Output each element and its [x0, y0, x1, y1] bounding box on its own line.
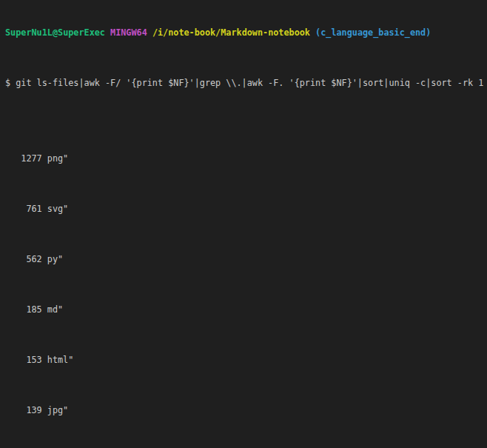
file-extension: html"	[47, 355, 74, 365]
output-row: 562 py"	[5, 253, 487, 266]
file-extension: png"	[47, 153, 68, 164]
column-gap	[42, 355, 47, 365]
command-output-list: 1277 png" 761 svg" 562 py" 185 md" 153 h…	[5, 127, 487, 448]
file-extension: jpg"	[47, 405, 68, 415]
output-row: 1277 png"	[5, 153, 487, 165]
file-extension: py"	[47, 254, 63, 264]
output-row: 139 jpg"	[5, 404, 487, 417]
file-extension: md"	[47, 304, 63, 315]
terminal-window[interactable]: SuperNu1L@SuperExec MINGW64 /i/note-book…	[0, 0, 487, 448]
prompt-separator	[105, 27, 110, 38]
file-extension: svg"	[47, 204, 68, 214]
file-count: 1277	[5, 153, 42, 165]
prompt-line: SuperNu1L@SuperExec MINGW64 /i/note-book…	[5, 27, 487, 39]
column-gap	[42, 204, 47, 214]
column-gap	[42, 304, 47, 315]
output-row: 185 md"	[5, 304, 487, 316]
prompt-separator	[147, 27, 152, 38]
command-text: $ git ls-files|awk -F/ '{print $NF}'|gre…	[5, 78, 483, 88]
file-count: 139	[5, 404, 42, 417]
column-gap	[42, 254, 47, 264]
git-branch-text: (c_language_basic_end)	[315, 27, 431, 38]
command-line: $ git ls-files|awk -F/ '{print $NF}'|gre…	[5, 77, 487, 90]
file-count: 761	[5, 203, 42, 215]
shell-name-text: MINGW64	[110, 27, 147, 38]
cwd-path-text: /i/note-book/Markdown-notebook	[152, 27, 310, 38]
prompt-separator	[310, 27, 315, 38]
column-gap	[42, 405, 47, 415]
file-count: 153	[5, 354, 42, 367]
output-row: 153 html"	[5, 354, 487, 367]
user-host-text: SuperNu1L@SuperExec	[5, 27, 105, 38]
file-count: 562	[5, 253, 42, 266]
output-row: 761 svg"	[5, 203, 487, 215]
column-gap	[42, 153, 47, 164]
file-count: 185	[5, 304, 42, 316]
